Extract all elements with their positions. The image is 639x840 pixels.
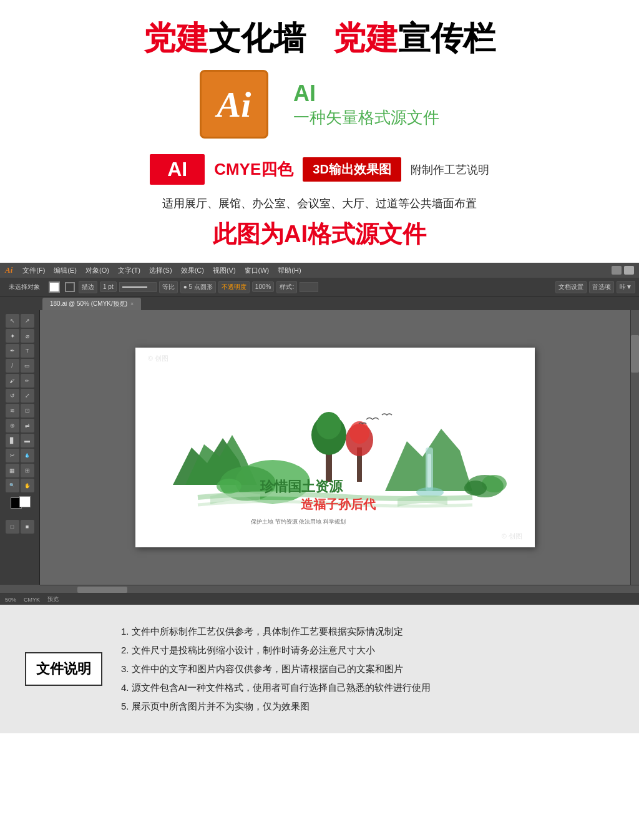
svg-text:珍惜国土资源: 珍惜国土资源 xyxy=(260,479,343,494)
point-shape[interactable]: ● 5 点圆形 xyxy=(180,281,216,293)
tag-ai-box: AI xyxy=(150,154,205,185)
tool-pair-pen2 xyxy=(6,344,34,358)
view-mode-btns: □ ■ xyxy=(6,520,34,534)
tool-brush[interactable] xyxy=(6,374,19,388)
opacity-value[interactable]: 100% xyxy=(252,281,275,292)
extra-btn[interactable]: 咔▼ xyxy=(617,281,635,293)
fill-color-box[interactable] xyxy=(49,281,60,293)
full-mode-btn[interactable]: ■ xyxy=(21,520,34,534)
tool-eyedrop[interactable] xyxy=(21,449,34,462)
menu-select[interactable]: 选择(S) xyxy=(145,265,176,276)
tool-blend[interactable] xyxy=(21,419,34,432)
svg-point-21 xyxy=(217,479,241,494)
win-icon1 xyxy=(612,266,622,275)
svg-point-14 xyxy=(349,421,369,444)
menu-edit[interactable]: 编辑(E) xyxy=(50,265,80,276)
tool-rotate[interactable] xyxy=(6,389,19,403)
tool-pencil[interactable] xyxy=(21,374,34,388)
tool-zoom[interactable] xyxy=(6,479,19,492)
tool-rect[interactable] xyxy=(21,359,34,373)
menu-window[interactable]: 窗口(W) xyxy=(241,265,273,276)
menu-object[interactable]: 对象(O) xyxy=(82,265,113,276)
tool-gradient[interactable] xyxy=(6,464,19,477)
svg-text:保护土地  节约资源  依法用地  科学规划: 保护土地 节约资源 依法用地 科学规划 xyxy=(251,519,346,525)
tool-column-graph[interactable]: ▊ xyxy=(6,434,19,447)
ai-icon-text: Ai xyxy=(217,84,251,125)
tag-cmye: CMYE四色 xyxy=(214,159,293,180)
ai-left-toolbox: ✦ ⌀ ⊡ ⊕ xyxy=(0,310,40,585)
tool-knife[interactable] xyxy=(6,449,19,462)
scroll-thumb-vertical[interactable] xyxy=(631,335,639,373)
ai-desc-block: AI 一种矢量格式源文件 xyxy=(293,81,439,129)
tag-note: 附制作工艺说明 xyxy=(411,162,489,177)
background-color[interactable] xyxy=(19,496,31,507)
ai-canvas-area[interactable]: © 创图 © 创图 xyxy=(40,310,630,585)
tool-magic-wand[interactable]: ✦ xyxy=(6,329,19,343)
svg-text:造福子孙后代: 造福子孙后代 xyxy=(301,497,376,511)
status-item3: 预览 xyxy=(47,595,59,603)
canvas-illustration: 珍惜国土资源 造福子孙后代 保护土地 节约资源 依法用地 科学规划 xyxy=(135,348,535,547)
promo-section: 党建文化墙 党建宣传栏 Ai AI 一种矢量格式源文件 AI CMYE四色 3D… xyxy=(0,0,639,263)
tool-pair-warp: ⊡ xyxy=(6,404,34,418)
menu-help[interactable]: 帮助(H) xyxy=(274,265,305,276)
tool-pair-zoom xyxy=(6,479,34,492)
tool-symbol[interactable]: ⊕ xyxy=(6,419,19,432)
menu-file[interactable]: 文件(F) xyxy=(19,265,49,276)
ai-tabbar: 180.ai @ 50% (CMYK/预览) × xyxy=(0,296,639,310)
normal-mode-btn[interactable]: □ xyxy=(6,520,19,534)
tool-mesh[interactable] xyxy=(21,464,34,477)
tags-row: AI CMYE四色 3D输出效果图 附制作工艺说明 xyxy=(37,154,602,185)
tab-name: 180.ai @ 50% (CMYK/预览) xyxy=(50,300,127,308)
tool-lasso[interactable]: ⌀ xyxy=(21,329,34,343)
color-swatch xyxy=(11,497,29,516)
ai-app-logo: Ai xyxy=(5,265,12,275)
stroke-label[interactable]: 描边 xyxy=(79,281,97,293)
stroke-color-box[interactable] xyxy=(65,282,75,292)
title-dangjian1: 党建 xyxy=(144,20,208,56)
ai-statusbar: 50% CMYK 预览 xyxy=(0,593,639,605)
ai-menubar: Ai 文件(F) 编辑(E) 对象(O) 文字(T) 选择(S) 效果(C) 视… xyxy=(0,263,639,278)
tab-close-btn[interactable]: × xyxy=(130,301,134,307)
prefs-btn[interactable]: 首选项 xyxy=(589,281,614,293)
tool-pair-rotate xyxy=(6,389,34,403)
tag-3d: 3D输出效果图 xyxy=(303,157,401,182)
menu-text[interactable]: 文字(T) xyxy=(114,265,144,276)
tool-direct-select[interactable] xyxy=(21,314,34,328)
style-box[interactable] xyxy=(300,282,318,292)
tool-scale[interactable] xyxy=(21,389,34,403)
tool-pen[interactable] xyxy=(6,344,19,358)
tool-pair-columns: ▊ ▬ xyxy=(6,434,34,447)
title-xuanchuang: 宣传栏 xyxy=(398,20,495,56)
menu-effect[interactable]: 效果(C) xyxy=(177,265,208,276)
ai-document: © 创图 © 创图 xyxy=(135,348,535,547)
tool-bar-graph[interactable]: ▬ xyxy=(21,434,34,447)
tool-type[interactable] xyxy=(21,344,34,358)
stroke-width[interactable]: 1 pt xyxy=(100,281,117,292)
usage-text: 适用展厅、展馆、办公室、会议室、大厅、过道等公共墙面布置 xyxy=(37,196,602,211)
tool-warp[interactable] xyxy=(6,404,19,418)
ai-icon-box: Ai xyxy=(200,70,268,139)
tool-free-transform[interactable]: ⊡ xyxy=(21,404,34,418)
tool-pair-select xyxy=(6,314,34,328)
proportion-label[interactable]: 等比 xyxy=(159,281,178,293)
file-note-item-3: 3. 文件中的文字和图片内容仅供参考，图片请根据自己的文案和图片 xyxy=(121,660,614,678)
doc-settings-btn[interactable]: 文档设置 xyxy=(555,281,587,293)
tool-line[interactable] xyxy=(6,359,19,373)
ai-label: AI xyxy=(293,81,439,107)
canvas-scrollbar-vertical[interactable] xyxy=(630,310,639,585)
line-selector[interactable] xyxy=(119,282,157,292)
scroll-thumb-horizontal[interactable] xyxy=(77,587,127,593)
svg-point-20 xyxy=(464,481,487,496)
menu-view[interactable]: 视图(V) xyxy=(209,265,240,276)
ai-info-row: Ai AI 一种矢量格式源文件 xyxy=(37,70,602,139)
tool-arrow[interactable] xyxy=(6,314,19,328)
ai-win-buttons xyxy=(612,266,634,275)
tool-pair-pen: ✦ ⌀ xyxy=(6,329,34,343)
canvas-scrollbar-horizontal[interactable] xyxy=(40,585,639,593)
title-dangjian2: 党建 xyxy=(333,20,398,56)
document-tab[interactable]: 180.ai @ 50% (CMYK/预览) × xyxy=(42,298,141,310)
file-note-label: 文件说明 xyxy=(25,652,102,686)
opacity-label[interactable]: 不透明度 xyxy=(218,281,250,293)
tool-pair-line xyxy=(6,359,34,373)
tool-hand[interactable] xyxy=(21,479,34,492)
